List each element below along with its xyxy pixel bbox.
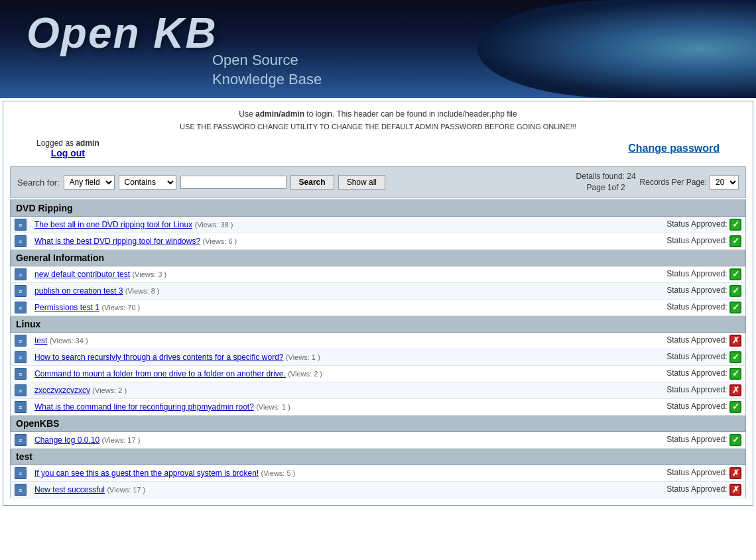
doc-icon: ≡ [15, 401, 27, 413]
article-title-cell: Change log 0.0.10 (Views: 17 ) [31, 431, 589, 448]
status-cell: Status Approved: ✗ [589, 382, 745, 398]
site-header: Open KB Open Source Knowledge Base [0, 0, 756, 98]
doc-icon: ≡ [15, 351, 27, 363]
page-info: Page 1of 2 [576, 182, 636, 194]
doc-icon: ≡ [15, 384, 27, 396]
views-count: (Views: 70 ) [101, 304, 140, 311]
views-count: (Views: 6 ) [202, 237, 237, 245]
article-link[interactable]: The best all in one DVD ripping tool for… [34, 220, 192, 229]
article-link[interactable]: new default contributor test [34, 270, 130, 279]
doc-icon: ≡ [15, 434, 27, 446]
logout-link[interactable]: Log out [36, 148, 99, 158]
article-title-cell: Permissions test 1 (Views: 70 ) [31, 299, 589, 315]
approved-icon: ✓ [729, 302, 741, 313]
article-link[interactable]: If you can see this as guest then the ap… [34, 469, 259, 478]
table-row: ≡ New test successful (Views: 17 ) Statu… [11, 481, 746, 498]
table-row: ≡ zxcczvxzcvzxcv (Views: 2 ) Status Appr… [11, 382, 746, 398]
article-link[interactable]: zxcczvxzcvzxcv [34, 386, 90, 395]
doc-icon: ≡ [15, 335, 27, 347]
search-label: Search for: [17, 178, 60, 188]
article-title-cell: What is the command line for reconfiguri… [31, 398, 589, 415]
site-subtitle: Open Source Knowledge Base [212, 51, 322, 89]
article-link[interactable]: Change log 0.0.10 [34, 435, 99, 445]
article-title-cell: Command to mount a folder from one drive… [31, 365, 589, 382]
article-title-cell: zxcczvxzcvzxcv (Views: 2 ) [31, 382, 589, 398]
views-count: (Views: 38 ) [194, 221, 233, 229]
article-icon-cell: ≡ [11, 266, 31, 282]
show-all-button[interactable]: Show all [338, 175, 385, 190]
category-row: General Information [11, 249, 746, 266]
category-name: Linux [11, 315, 746, 332]
views-count: (Views: 34 ) [50, 337, 88, 345]
table-row: ≡ new default contributor test (Views: 3… [11, 266, 746, 282]
views-count: (Views: 2 ) [288, 370, 322, 378]
search-info: Details found: 24 Page 1of 2 [576, 171, 636, 194]
article-link[interactable]: What is the command line for reconfiguri… [34, 402, 254, 412]
kb-table: DVD Ripping ≡ The best all in one DVD ri… [10, 199, 746, 498]
approved-icon: ✓ [729, 285, 741, 297]
details-found: Details found: 24 [576, 171, 636, 182]
table-row: ≡ Change log 0.0.10 (Views: 17 ) Status … [11, 431, 746, 448]
views-count: (Views: 17 ) [107, 486, 145, 494]
article-icon-cell: ≡ [11, 299, 31, 315]
not-approved-icon: ✗ [729, 484, 741, 496]
table-row: ≡ How to search recursivly through a dri… [11, 349, 746, 365]
category-name: General Information [11, 249, 746, 266]
article-title-cell: If you can see this as guest then the ap… [31, 465, 589, 481]
article-link[interactable]: Permissions test 1 [34, 303, 99, 312]
article-icon-cell: ≡ [11, 398, 31, 415]
doc-icon: ≡ [15, 302, 27, 313]
search-input[interactable] [180, 176, 286, 189]
search-condition-select[interactable]: ContainsStarts withEnds with [119, 175, 176, 190]
site-name: Open KB [27, 9, 322, 58]
views-count: (Views: 17 ) [101, 436, 140, 444]
status-cell: Status Approved: ✗ [589, 465, 745, 481]
records-per-page-select[interactable]: 102050 [710, 175, 739, 190]
category-name: test [11, 448, 746, 465]
table-row: ≡ If you can see this as guest then the … [11, 465, 746, 481]
approved-icon: ✓ [729, 235, 741, 247]
article-link[interactable]: What is the best DVD ripping tool for wi… [34, 237, 200, 246]
header-globe-bg [477, 0, 756, 98]
article-link[interactable]: How to search recursivly through a drive… [34, 353, 284, 362]
category-name: OpenKBS [11, 415, 746, 431]
doc-icon: ≡ [15, 235, 27, 247]
logged-as-block: Logged as admin Log out [36, 139, 99, 158]
table-row: ≡ What is the best DVD ripping tool for … [11, 233, 746, 249]
article-title-cell: new default contributor test (Views: 3 ) [31, 266, 589, 282]
article-title-cell: The best all in one DVD ripping tool for… [31, 216, 589, 233]
status-cell: Status Approved: ✓ [589, 365, 745, 382]
records-per-page-block: Records Per Page: 102050 [640, 175, 739, 190]
status-cell: Status Approved: ✗ [589, 481, 745, 498]
article-title-cell: test (Views: 34 ) [31, 332, 589, 349]
approved-icon: ✓ [729, 219, 741, 231]
search-field-select[interactable]: Any fieldTitleContent [64, 175, 115, 190]
article-icon-cell: ≡ [11, 216, 31, 233]
change-password-link[interactable]: Change password [628, 142, 720, 154]
article-icon-cell: ≡ [11, 431, 31, 448]
admin-notice: Use admin/admin to login. This header ca… [10, 108, 746, 133]
article-link[interactable]: New test successful [34, 485, 105, 494]
article-title-cell: publish on creation test 3 (Views: 8 ) [31, 282, 589, 299]
article-link[interactable]: test [34, 336, 47, 345]
table-row: ≡ What is the command line for reconfigu… [11, 398, 746, 415]
article-icon-cell: ≡ [11, 465, 31, 481]
article-icon-cell: ≡ [11, 282, 31, 299]
views-count: (Views: 1 ) [286, 353, 320, 361]
category-row: Linux [11, 315, 746, 332]
status-cell: Status Approved: ✓ [589, 349, 745, 365]
warning-text: USE THE PASSWORD CHANGE UTILITY TO CHANG… [180, 123, 576, 131]
approved-icon: ✓ [729, 434, 741, 446]
article-icon-cell: ≡ [11, 481, 31, 498]
article-link[interactable]: publish on creation test 3 [34, 286, 123, 296]
status-cell: Status Approved: ✗ [589, 332, 745, 349]
main-container: Use admin/admin to login. This header ca… [3, 101, 753, 506]
username-display: admin [76, 139, 99, 148]
search-button[interactable]: Search [290, 175, 334, 190]
status-cell: Status Approved: ✓ [589, 216, 745, 233]
approved-icon: ✓ [729, 268, 741, 280]
views-count: (Views: 3 ) [132, 270, 166, 278]
article-link[interactable]: Command to mount a folder from one drive… [34, 369, 286, 378]
user-bar: Logged as admin Log out Change password [36, 139, 720, 158]
not-approved-icon: ✗ [729, 384, 741, 396]
